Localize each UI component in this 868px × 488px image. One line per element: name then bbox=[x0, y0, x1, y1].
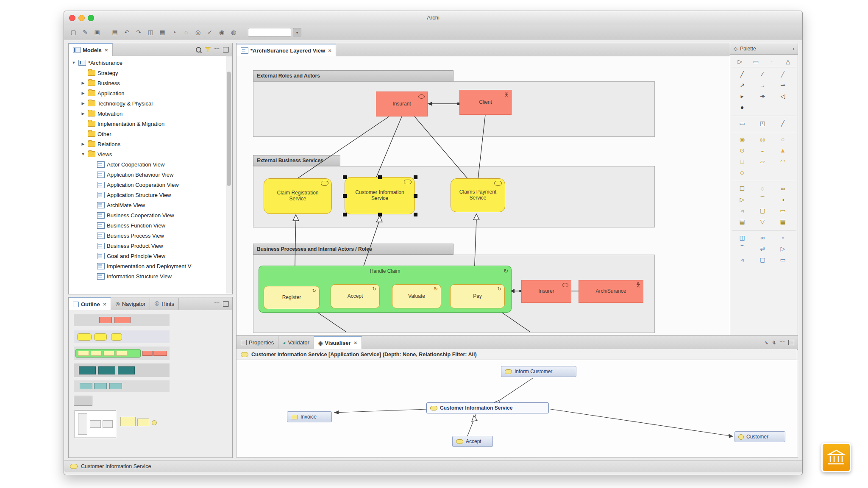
flow-tool[interactable]: ↠ bbox=[752, 91, 773, 102]
selection-handle[interactable] bbox=[343, 175, 347, 179]
tree-item[interactable]: ▶ Business bbox=[69, 78, 226, 88]
tab-hints[interactable]: 🛈 Hints bbox=[150, 298, 179, 310]
realization-tool[interactable]: ╱ bbox=[773, 69, 793, 80]
models-scrollbar[interactable] bbox=[226, 56, 232, 294]
application-function-tool[interactable]: ⌒ bbox=[732, 243, 752, 254]
representation-tool[interactable]: ▽ bbox=[752, 216, 773, 227]
selection-handle[interactable] bbox=[414, 175, 417, 179]
application-process-tool[interactable]: ▷ bbox=[773, 243, 793, 254]
collapse-all-icon[interactable]: ⁻⁼ bbox=[214, 47, 220, 53]
magic-connector-tool[interactable]: △ bbox=[780, 56, 796, 67]
requirement-tool[interactable]: □ bbox=[732, 156, 752, 167]
product-tool[interactable]: ▦ bbox=[773, 216, 793, 227]
tree-item[interactable]: Strategy bbox=[69, 68, 226, 78]
element-claims-payment-service[interactable]: Claims Payment Service bbox=[451, 178, 505, 212]
tree-item[interactable]: ▶ Application bbox=[69, 88, 226, 98]
lane-business-processes[interactable]: Business Processes and Internal Actors /… bbox=[253, 244, 453, 255]
toolbar-search-input[interactable] bbox=[248, 28, 291, 36]
tab-validator[interactable]: ◕ Validator bbox=[278, 336, 314, 349]
element-accept[interactable]: Accept ↻ bbox=[331, 284, 380, 308]
note-tool[interactable]: ▭ bbox=[732, 118, 752, 129]
tree-item[interactable]: Implementation and Deployment V bbox=[69, 261, 226, 271]
tree-item[interactable]: Other bbox=[69, 129, 226, 139]
influence-tool[interactable]: ⇀ bbox=[773, 80, 793, 91]
viz-node-accept[interactable]: Accept bbox=[452, 436, 493, 447]
business-service-tool[interactable]: ▢ bbox=[752, 205, 773, 216]
tab-navigator[interactable]: ◎ Navigator bbox=[111, 298, 150, 310]
bank-dock-icon[interactable] bbox=[821, 443, 851, 472]
business-collaboration-tool[interactable]: ∞ bbox=[773, 183, 793, 194]
close-models-tab-icon[interactable]: ✕ bbox=[105, 48, 108, 53]
element-pay[interactable]: Pay ↻ bbox=[450, 284, 505, 308]
specialization-tool[interactable]: ◁ bbox=[773, 91, 793, 102]
validate-icon[interactable]: ✓ bbox=[205, 28, 215, 37]
selection-handle[interactable] bbox=[378, 213, 382, 216]
tree-item[interactable]: Application Structure View bbox=[69, 190, 226, 200]
element-client[interactable]: Client bbox=[459, 90, 512, 115]
delete-icon[interactable]: ◌ bbox=[181, 28, 191, 37]
application-service-tool[interactable]: ▢ bbox=[752, 254, 773, 265]
meaning-tool[interactable]: ◠ bbox=[773, 156, 793, 167]
tab-properties[interactable]: Properties bbox=[236, 336, 278, 349]
lane-external-roles-body[interactable] bbox=[253, 81, 655, 137]
serving-tool[interactable]: ↗ bbox=[732, 80, 752, 91]
tree-item[interactable]: Implementation & Migration bbox=[69, 119, 226, 129]
undo-icon[interactable]: ↶ bbox=[122, 28, 132, 37]
assignment-tool[interactable]: ∕ bbox=[752, 69, 773, 80]
constraint-tool[interactable]: ▱ bbox=[752, 156, 773, 167]
tree-item[interactable]: Actor Cooperation View bbox=[69, 159, 226, 169]
new-model-icon[interactable]: ▢ bbox=[68, 28, 78, 37]
tree-item[interactable]: ▼ Views bbox=[69, 149, 226, 159]
viz-node-customer-information-service[interactable]: Customer Information Service bbox=[426, 402, 549, 413]
tab-visualiser[interactable]: ◉ Visualiser ✕ bbox=[314, 336, 362, 349]
tree-item[interactable]: ▼ *Archisurance bbox=[69, 58, 226, 68]
business-function-tool[interactable]: ⌒ bbox=[752, 194, 773, 205]
zoom-normal-icon[interactable]: ◎ bbox=[193, 28, 203, 37]
stakeholder-tool[interactable]: ◉ bbox=[732, 134, 752, 145]
selection-handle[interactable] bbox=[414, 213, 417, 216]
view-menu-icon[interactable] bbox=[223, 47, 229, 53]
tree-item[interactable]: Business Function View bbox=[69, 220, 226, 230]
outline-minimize-icon[interactable]: ⁻⁼ bbox=[214, 301, 220, 307]
select-tool[interactable]: ▷ bbox=[732, 56, 748, 67]
tab-models[interactable]: Models ✕ bbox=[69, 43, 113, 56]
cut-icon[interactable]: ◫ bbox=[145, 28, 156, 37]
palette-collapse-icon[interactable]: › bbox=[793, 46, 794, 52]
close-view-tab-icon[interactable]: ✕ bbox=[328, 48, 331, 53]
marquee-tool[interactable]: ▭ bbox=[748, 56, 764, 67]
application-collaboration-tool[interactable]: ∞ bbox=[752, 232, 773, 243]
element-insurant[interactable]: Insurant bbox=[376, 92, 428, 116]
junction-tool[interactable]: ● bbox=[732, 102, 752, 113]
triggering-tool[interactable]: ▸ bbox=[732, 91, 752, 102]
business-actor-tool[interactable]: ☐ bbox=[732, 183, 752, 194]
assessment-tool[interactable]: ○ bbox=[773, 134, 793, 145]
principle-tool[interactable]: ▲ bbox=[773, 145, 793, 156]
business-role-tool[interactable]: ◌ bbox=[752, 183, 773, 194]
viz-node-invoice[interactable]: Invoice bbox=[287, 411, 332, 422]
business-object-tool[interactable]: ▭ bbox=[773, 205, 793, 216]
redo-icon[interactable]: ↷ bbox=[134, 28, 144, 37]
toolbar-search-button[interactable]: ▾ bbox=[293, 28, 301, 36]
open-model-icon[interactable]: ✎ bbox=[80, 28, 90, 37]
association-tool[interactable]: ╱ bbox=[732, 69, 752, 80]
element-claim-registration-service[interactable]: Claim Registration Service bbox=[264, 178, 332, 214]
selection-handle[interactable] bbox=[378, 175, 382, 179]
application-interaction-tool[interactable]: ⇄ bbox=[752, 243, 773, 254]
selection-handle[interactable] bbox=[343, 194, 347, 198]
business-event-tool[interactable]: ◃ bbox=[732, 205, 752, 216]
tree-item[interactable]: Goal and Principle View bbox=[69, 251, 226, 261]
viz-node-customer[interactable]: Customer bbox=[734, 431, 785, 442]
diagram-canvas[interactable]: External Roles and Actors External Busin… bbox=[236, 56, 730, 336]
print-icon[interactable]: ▤ bbox=[110, 28, 120, 37]
tree-item[interactable]: Application Cooperation View bbox=[69, 180, 226, 190]
tree-item[interactable]: Business Cooperation View bbox=[69, 210, 226, 220]
application-event-tool[interactable]: ◃ bbox=[732, 254, 752, 265]
driver-tool[interactable]: ◎ bbox=[752, 134, 773, 145]
tree-item[interactable]: Information Structure View bbox=[69, 271, 226, 281]
element-valuate[interactable]: Valuate ↻ bbox=[392, 284, 441, 308]
viz-layout-icon[interactable]: ↯ bbox=[772, 340, 776, 346]
viz-pin-icon[interactable]: ∿ bbox=[764, 340, 768, 346]
application-interface-tool[interactable]: ◦ bbox=[773, 232, 793, 243]
format-painter-tool[interactable]: ∙ bbox=[764, 56, 780, 67]
search-icon[interactable] bbox=[196, 47, 201, 53]
